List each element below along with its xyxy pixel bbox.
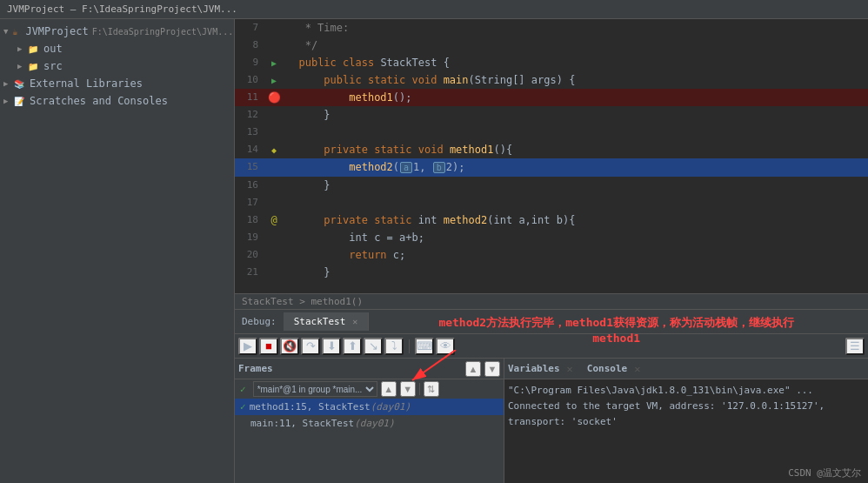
frame-row-main[interactable]: main:11, StackTest (day01) <box>235 415 504 432</box>
code-line-9: 9 ▶ public class StackTest { <box>235 54 868 71</box>
frame-check-icon: ✓ <box>240 401 246 413</box>
code-line-21: 21 } <box>235 264 868 281</box>
sidebar: ▼ ☕ JVMProject F:\IdeaSpringProject\JVM.… <box>0 19 235 483</box>
annotation-overlay: method2方法执行完毕，method1获得资源，称为活动栈帧，继续执行 me… <box>438 315 794 346</box>
console-title: Console <box>587 363 627 374</box>
code-line-18: 18 @ private static int method2(int a,in… <box>235 211 868 229</box>
sidebar-item-src[interactable]: ▶ 📁 src <box>0 57 234 75</box>
sidebar-item-scratches[interactable]: ▶ 📝 Scratches and Consoles <box>0 92 234 110</box>
close-icon[interactable]: ✕ <box>352 317 357 326</box>
sidebar-item-out[interactable]: ▶ 📁 out <box>0 40 234 57</box>
thread-up-btn[interactable]: ▲ <box>381 381 397 397</box>
code-line-19: 19 int c = a+b; <box>235 229 868 246</box>
step-over-btn[interactable]: ↷ <box>301 338 320 355</box>
frame-row-method1[interactable]: ✓ method1:15, StackTest (day01) <box>235 399 504 415</box>
watch-icon-14: ◆ <box>271 145 277 155</box>
vars-header: Variables ✕ Console ✕ <box>504 359 868 379</box>
debug-content: Frames ▲ ▼ ✓ *main*@1 in group *main... … <box>235 359 868 483</box>
debug-tab-bar: Debug: StackTest ✕ method2方法执行完毕，method1… <box>235 310 868 334</box>
code-lines: 7 * Time: 8 */ 9 ▶ public class StackTes… <box>235 19 868 281</box>
vars-title: Variables <box>508 363 560 374</box>
code-line-15: 15 method2(a1, b2); <box>235 158 868 177</box>
code-line-10: 10 ▶ public static void main(String[] ar… <box>235 71 868 89</box>
run-icon-10: ▶ <box>271 76 277 85</box>
resume-btn[interactable]: ▶ <box>238 338 257 355</box>
step-into-btn[interactable]: ⬇ <box>322 338 341 355</box>
code-line-11: 11 🔴 method1(); <box>235 89 868 106</box>
code-line-20: 20 return c; <box>235 246 868 264</box>
annotation-text: method2方法执行完毕，method1获得资源，称为活动栈帧，继续执行 me… <box>438 315 794 346</box>
code-line-12: 12 } <box>235 106 868 124</box>
scratch-icon: 📝 <box>12 94 26 108</box>
sidebar-item-external-libraries[interactable]: ▶ 📚 External Libraries <box>0 75 234 92</box>
settings-btn[interactable]: ☰ <box>845 338 865 355</box>
csdn-watermark: CSDN @温文艾尔 <box>788 466 861 480</box>
frames-title: Frames <box>238 363 273 374</box>
code-line-13: 13 <box>235 124 868 141</box>
project-icon: ☕ <box>8 24 22 38</box>
debug-tab-label: StackTest <box>294 316 346 327</box>
debug-tab-stacktest[interactable]: StackTest ✕ <box>284 312 370 331</box>
mute-btn[interactable]: 🔇 <box>280 338 299 355</box>
lib-icon: 📚 <box>12 77 26 91</box>
breadcrumb: StackTest > method1() <box>235 293 868 309</box>
breadcrumb-text: StackTest > method1() <box>242 296 363 307</box>
sidebar-tree: ▼ ☕ JVMProject F:\IdeaSpringProject\JVM.… <box>0 19 234 483</box>
top-bar: JVMProject – F:\IdeaSpringProject\JVM... <box>0 0 868 19</box>
bottom-panel: Debug: StackTest ✕ method2方法执行完毕，method1… <box>235 309 868 483</box>
code-line-14: 14 ◆ private static void method1(){ <box>235 141 868 158</box>
vars-panel: Variables ✕ Console ✕ "C:\Program Files\… <box>504 359 868 483</box>
annotation-arrow <box>404 350 508 385</box>
code-line-17: 17 <box>235 194 868 211</box>
run-icon-9: ▶ <box>271 58 277 68</box>
ann-icon-18: @ <box>270 214 277 226</box>
breakpoint-icon-11: 🔴 <box>268 91 281 104</box>
top-bar-title: JVMProject – F:\IdeaSpringProject\JVM... <box>7 3 237 15</box>
src-folder-icon: 📁 <box>26 59 40 73</box>
code-line-8: 8 */ <box>235 37 868 54</box>
stop-btn[interactable]: ■ <box>259 338 278 355</box>
scratches-label: Scratches and Consoles <box>30 95 168 107</box>
folder-icon: 📁 <box>26 42 40 56</box>
run-to-cursor-btn[interactable]: ⤵ <box>384 338 404 355</box>
console-line-2: Connected to the target VM, address: '12… <box>508 399 865 430</box>
thread-select[interactable]: *main*@1 in group *main... <box>253 381 377 397</box>
step-out-btn[interactable]: ⬆ <box>343 338 362 355</box>
editor-area: 7 * Time: 8 */ 9 ▶ public class StackTes… <box>235 19 868 293</box>
thread-check-icon: ✓ <box>240 384 246 395</box>
step-into-mine-btn[interactable]: ↘ <box>364 338 383 355</box>
svg-line-1 <box>412 350 456 380</box>
code-line-16: 16 } <box>235 177 868 194</box>
code-line-7: 7 * Time: <box>235 19 868 37</box>
console-line-1: "C:\Program Files\Java\jdk1.8.0_131\bin\… <box>508 383 865 399</box>
debug-label: Debug: <box>235 316 284 327</box>
sidebar-item-jvmproject[interactable]: ▼ ☕ JVMProject F:\IdeaSpringProject\JVM.… <box>0 23 234 40</box>
